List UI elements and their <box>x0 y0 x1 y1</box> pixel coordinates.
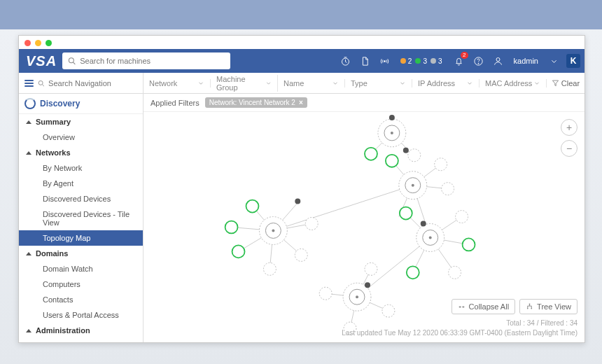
clear-label: Clear <box>561 79 580 88</box>
chevron-down-icon <box>399 80 406 87</box>
filter-network[interactable]: Network <box>144 79 211 88</box>
nav-group-domains-label: Domains <box>36 249 68 258</box>
svg-line-8 <box>42 84 43 85</box>
notification-badge: 2 <box>461 52 468 59</box>
clear-filters[interactable]: Clear <box>547 79 584 88</box>
svg-point-7 <box>38 80 43 85</box>
app-body: Discovery Summary Overview Networks By N… <box>19 94 584 342</box>
filter-ip-label: IP Address <box>418 79 455 88</box>
filter-type[interactable]: Type <box>345 79 412 88</box>
svg-point-6 <box>496 57 500 61</box>
nav-group-networks[interactable]: Networks <box>19 145 143 160</box>
search-machines-input[interactable] <box>80 57 225 65</box>
nav-group-domains[interactable]: Domains <box>19 246 143 261</box>
nav-item-contacts[interactable]: Contacts <box>19 292 143 307</box>
filter-machine-group-label: Machine Group <box>216 75 265 92</box>
svg-point-5 <box>478 63 479 64</box>
app-window: VSA 2 3 3 2 <box>18 35 585 343</box>
filter-mac-address[interactable]: MAC Address <box>479 79 547 88</box>
main-panel: Applied Filters Network: Vincent Network… <box>144 94 584 342</box>
collapse-icon <box>458 303 465 311</box>
collapse-all-label: Collapse All <box>469 302 509 311</box>
subbar: Network Machine Group Name Type IP Addre… <box>19 73 584 94</box>
chevron-down-icon <box>197 80 204 87</box>
filter-bar: Network Machine Group Name Type IP Addre… <box>144 73 584 93</box>
filter-name[interactable]: Name <box>278 79 345 88</box>
nav-group-administration[interactable]: Administration <box>19 323 143 338</box>
view-controls: Collapse All Tree View <box>451 299 578 314</box>
document-icon[interactable] <box>358 54 372 68</box>
collapse-all-button[interactable]: Collapse All <box>451 299 515 314</box>
nav-search-input[interactable] <box>48 79 137 88</box>
notifications-icon[interactable]: 2 <box>452 54 466 68</box>
sidebar-section-discovery[interactable]: Discovery <box>19 94 143 114</box>
nav-item-overview[interactable]: Overview <box>19 130 143 145</box>
caret-up-icon <box>26 329 31 332</box>
nav-search-icon <box>38 79 44 88</box>
nav-item-domain-watch[interactable]: Domain Watch <box>19 261 143 276</box>
nav-item-topology-map[interactable]: Topology Map <box>19 230 143 246</box>
filter-name-label: Name <box>284 79 304 88</box>
nav-item-discovered-devices-tile[interactable]: Discovered Devices - Tile View <box>19 206 143 230</box>
filter-machine-group[interactable]: Machine Group <box>211 75 278 92</box>
status-dot-2 <box>430 58 436 64</box>
applied-filters-bar: Applied Filters Network: Vincent Network… <box>144 94 584 112</box>
hamburger-icon[interactable] <box>24 78 34 88</box>
svg-point-41 <box>529 303 531 304</box>
nav-item-computers[interactable]: Computers <box>19 276 143 292</box>
zoom-in-button[interactable]: + <box>561 119 578 136</box>
discovery-icon <box>24 98 36 109</box>
broadcast-icon[interactable] <box>378 54 392 68</box>
chevron-down-icon <box>533 80 540 87</box>
tree-icon <box>526 303 533 311</box>
search-icon <box>68 57 76 65</box>
tree-view-button[interactable]: Tree View <box>519 299 578 314</box>
username: kadmin <box>514 57 538 65</box>
canvas-footer: Total : 34 / Filtered : 34 Last updated … <box>342 318 578 338</box>
user-menu-chevron-icon[interactable] <box>547 54 561 68</box>
applied-filters-label: Applied Filters <box>150 99 200 107</box>
stopwatch-icon[interactable] <box>339 54 353 68</box>
close-dot[interactable] <box>24 40 31 46</box>
last-updated-label: Last updated Tue May 12 2020 06:33:39 GM… <box>342 328 578 338</box>
nav-search <box>19 73 144 93</box>
caret-up-icon <box>26 252 31 255</box>
status-dot-1 <box>415 58 421 64</box>
filter-type-label: Type <box>351 79 368 88</box>
zoom-out-button[interactable]: − <box>561 140 578 157</box>
svg-line-1 <box>74 62 76 64</box>
sidebar: Discovery Summary Overview Networks By N… <box>19 94 144 342</box>
app-logo: VSA <box>26 53 57 69</box>
close-icon[interactable]: × <box>299 99 303 106</box>
totals-label: Total : 34 / Filtered : 34 <box>342 318 578 328</box>
topology-canvas[interactable]: + − Collapse All Tree View Total : 34 / … <box>144 112 584 342</box>
svg-point-42 <box>527 307 528 309</box>
nav-item-discovered-devices[interactable]: Discovered Devices <box>19 191 143 206</box>
filter-chip-label: Network: Vincent Network 2 <box>209 99 295 106</box>
k-brand-button[interactable]: K <box>566 54 580 68</box>
help-icon[interactable] <box>472 54 486 68</box>
minimize-dot[interactable] <box>35 40 41 46</box>
status-count-2: 3 <box>438 57 442 65</box>
svg-point-43 <box>531 307 532 309</box>
nav-item-by-network[interactable]: By Network <box>19 160 143 176</box>
chevron-down-icon <box>466 80 473 87</box>
status-count-0: 2 <box>408 57 412 65</box>
nav-group-summary[interactable]: Summary <box>19 114 143 130</box>
search-machines[interactable] <box>62 52 230 69</box>
topbar: VSA 2 3 3 2 <box>19 49 584 73</box>
nav-tree: Summary Overview Networks By Network By … <box>19 114 143 342</box>
svg-point-0 <box>69 58 74 63</box>
chevron-down-icon <box>332 80 339 87</box>
nav-item-by-agent[interactable]: By Agent <box>19 176 143 191</box>
nav-item-users-portal[interactable]: Users & Portal Access <box>19 307 143 323</box>
caret-up-icon <box>26 120 31 124</box>
filter-network-label: Network <box>149 79 177 88</box>
filter-ip-address[interactable]: IP Address <box>412 79 479 88</box>
filter-chip[interactable]: Network: Vincent Network 2 × <box>205 97 307 108</box>
maximize-dot[interactable] <box>46 40 52 46</box>
nav-item-settings[interactable]: Settings <box>19 338 143 342</box>
user-icon[interactable] <box>491 54 505 68</box>
status-indicators: 2 3 3 <box>400 57 444 65</box>
zoom-controls: + − <box>561 119 578 157</box>
